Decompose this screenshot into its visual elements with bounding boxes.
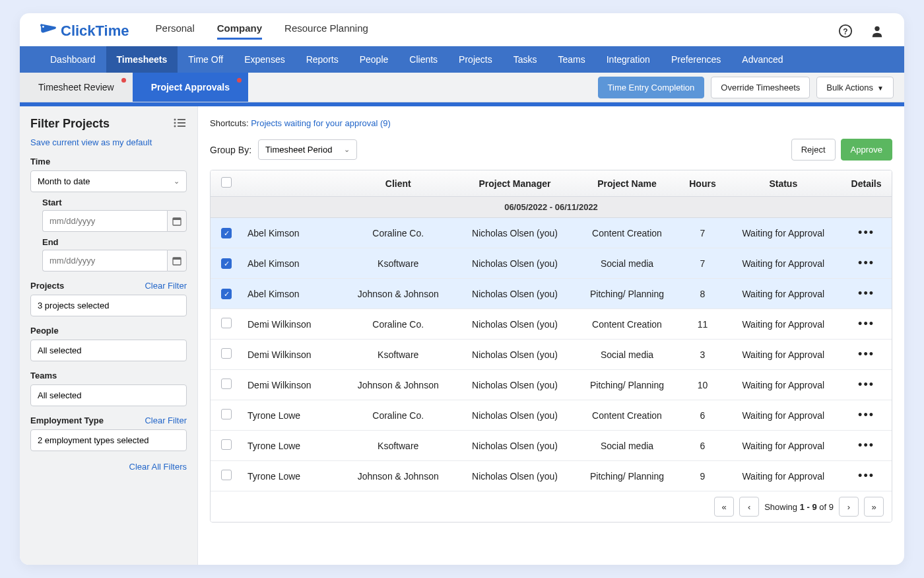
row-checkbox[interactable]	[221, 318, 232, 328]
start-date-input[interactable]	[42, 210, 167, 232]
row-details-icon[interactable]: •••	[858, 378, 874, 391]
reject-button[interactable]: Reject	[791, 139, 836, 161]
svg-text:?: ?	[843, 27, 847, 36]
col-details: Details	[841, 170, 892, 197]
table-row[interactable]: ✓Abel KimsonKsoftwareNicholas Olsen (you…	[211, 248, 892, 279]
approve-button[interactable]: Approve	[841, 139, 892, 161]
filter-teams-label: Teams	[30, 371, 187, 380]
teams-filter-select[interactable]: All selected	[30, 384, 187, 406]
cell-person: Tyrone Lowe	[242, 431, 341, 461]
group-by-select[interactable]: Timesheet Period ⌄	[258, 139, 357, 160]
row-checkbox[interactable]	[221, 409, 232, 419]
table-row[interactable]: Demi WilkinsonJohnson & JohnsonNicholas …	[211, 370, 892, 400]
help-icon[interactable]: ?	[838, 24, 853, 38]
bulk-actions-button[interactable]: Bulk Actions▼	[816, 77, 894, 98]
subtab-timesheet-review[interactable]: Timesheet Review	[20, 73, 133, 102]
people-filter-select[interactable]: All selected	[30, 340, 187, 361]
table-row[interactable]: Demi WilkinsonKsoftwareNicholas Olsen (y…	[211, 340, 892, 370]
nav-projects[interactable]: Projects	[448, 46, 503, 73]
end-date-calendar-icon[interactable]	[167, 250, 187, 271]
row-details-icon[interactable]: •••	[858, 256, 874, 270]
row-details-icon[interactable]: •••	[858, 226, 874, 239]
table-row[interactable]: Tyrone LoweKsoftwareNicholas Olsen (you)…	[211, 431, 892, 461]
top-nav-resource-planning[interactable]: Resource Planning	[284, 22, 368, 40]
row-checkbox[interactable]: ✓	[221, 228, 232, 238]
projects-filter-select[interactable]: 3 projects selected	[30, 295, 187, 316]
end-date-input[interactable]	[42, 250, 167, 271]
end-date-label: End	[42, 237, 187, 247]
select-all-checkbox[interactable]	[221, 177, 232, 188]
page-last-button[interactable]: »	[864, 497, 884, 517]
shortcuts-label: Shortcuts:	[210, 118, 249, 128]
nav-advanced[interactable]: Advanced	[731, 46, 793, 73]
row-checkbox[interactable]	[221, 470, 232, 480]
cell-client: Johnson & Johnson	[341, 461, 455, 491]
cell-project: Content Creation	[575, 218, 680, 248]
cell-client: Ksoftware	[341, 431, 455, 461]
projects-clear-filter-link[interactable]: Clear Filter	[145, 281, 187, 291]
time-range-select[interactable]: Month to date ⌄	[30, 170, 187, 192]
cell-manager: Nicholas Olsen (you)	[455, 400, 574, 431]
row-checkbox[interactable]: ✓	[221, 258, 232, 269]
clear-all-filters-link[interactable]: Clear All Filters	[129, 462, 187, 472]
col-status: Status	[725, 170, 841, 197]
row-details-icon[interactable]: •••	[858, 469, 874, 482]
nav-dashboard[interactable]: Dashboard	[40, 46, 106, 73]
row-details-icon[interactable]: •••	[858, 347, 874, 361]
top-nav-company[interactable]: Company	[217, 22, 262, 40]
table-row[interactable]: Demi WilkinsonCoraline Co.Nicholas Olsen…	[211, 309, 892, 340]
nav-people[interactable]: People	[349, 46, 399, 73]
cell-project: Content Creation	[575, 400, 680, 431]
notification-dot-icon	[237, 78, 242, 83]
nav-tasks[interactable]: Tasks	[503, 46, 548, 73]
row-checkbox[interactable]	[221, 348, 232, 359]
nav-teams[interactable]: Teams	[547, 46, 595, 73]
employment-filter-select[interactable]: 2 employment types selected	[30, 429, 187, 451]
user-icon[interactable]	[870, 24, 884, 38]
row-details-icon[interactable]: •••	[858, 439, 874, 452]
col-checkbox	[211, 170, 242, 197]
page-prev-button[interactable]: ‹	[739, 497, 759, 517]
caret-down-icon: ▼	[877, 85, 884, 92]
group-by-label: Group By:	[210, 145, 251, 155]
row-details-icon[interactable]: •••	[858, 287, 874, 300]
employment-clear-filter-link[interactable]: Clear Filter	[145, 415, 187, 425]
row-checkbox[interactable]: ✓	[221, 289, 232, 299]
page-next-button[interactable]: ›	[839, 497, 859, 517]
svg-rect-9	[178, 126, 185, 127]
sub-tabs-row: Timesheet ReviewProject Approvals Time E…	[20, 73, 904, 102]
page-first-button[interactable]: «	[714, 497, 734, 517]
nav-timesheets[interactable]: Timesheets	[106, 46, 178, 73]
cell-manager: Nicholas Olsen (you)	[455, 370, 574, 400]
shortcuts-link[interactable]: Projects waiting for your approval (9)	[251, 118, 391, 128]
chevron-down-icon: ⌄	[344, 145, 350, 154]
row-details-icon[interactable]: •••	[858, 317, 874, 330]
nav-clients[interactable]: Clients	[399, 46, 448, 73]
cell-hours: 3	[679, 340, 725, 370]
row-checkbox[interactable]	[221, 379, 232, 389]
list-view-icon[interactable]	[174, 118, 187, 129]
table-row[interactable]: Tyrone LoweJohnson & JohnsonNicholas Ols…	[211, 461, 892, 491]
cell-client: Johnson & Johnson	[341, 370, 455, 400]
cell-hours: 6	[679, 400, 725, 431]
svg-rect-11	[173, 218, 181, 220]
brand-logo[interactable]: ClickTime	[40, 22, 129, 40]
start-date-calendar-icon[interactable]	[167, 210, 187, 232]
table-row[interactable]: ✓Abel KimsonCoraline Co.Nicholas Olsen (…	[211, 218, 892, 248]
nav-integration[interactable]: Integration	[596, 46, 661, 73]
table-row[interactable]: Tyrone LoweCoraline Co.Nicholas Olsen (y…	[211, 400, 892, 431]
row-checkbox[interactable]	[221, 439, 232, 450]
override-timesheets-button[interactable]: Override Timesheets	[711, 77, 810, 98]
top-nav-personal[interactable]: Personal	[156, 22, 195, 40]
nav-time-off[interactable]: Time Off	[178, 46, 234, 73]
table-row[interactable]: ✓Abel KimsonJohnson & JohnsonNicholas Ol…	[211, 279, 892, 309]
nav-preferences[interactable]: Preferences	[661, 46, 731, 73]
time-entry-completion-button[interactable]: Time Entry Completion	[598, 77, 705, 98]
filter-projects-label: Projects Clear Filter	[30, 281, 187, 291]
save-view-link[interactable]: Save current view as my default	[30, 137, 152, 147]
nav-expenses[interactable]: Expenses	[234, 46, 295, 73]
cell-client: Johnson & Johnson	[341, 279, 455, 309]
nav-reports[interactable]: Reports	[296, 46, 349, 73]
subtab-project-approvals[interactable]: Project Approvals	[133, 73, 248, 102]
row-details-icon[interactable]: •••	[858, 408, 874, 421]
